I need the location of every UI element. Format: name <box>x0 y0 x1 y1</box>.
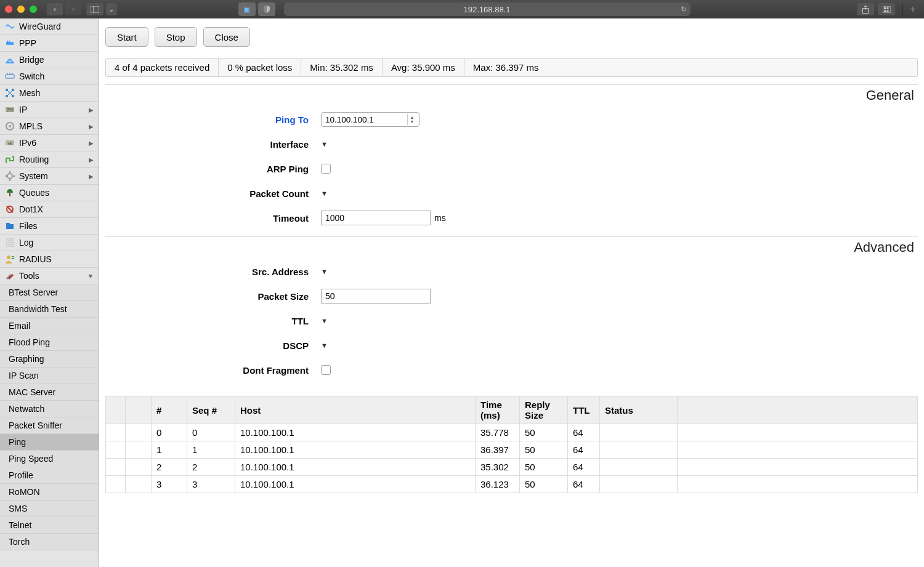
start-button[interactable]: Start <box>105 27 148 47</box>
cell-blank <box>678 441 918 459</box>
zoom-window-icon[interactable] <box>30 6 37 13</box>
sidebar-item-log[interactable]: Log <box>0 235 99 251</box>
nav-forward-button[interactable]: › <box>65 3 81 15</box>
sidebar-subitem-romon[interactable]: RoMON <box>0 484 99 501</box>
sidebar-subitem-ip-scan[interactable]: IP Scan <box>0 368 99 384</box>
sidebar-item-label: Graphing <box>9 354 94 364</box>
sidebar-item-label: Log <box>19 238 94 247</box>
action-toolbar: Start Stop Close <box>105 27 918 47</box>
sidebar-subitem-mac-server[interactable]: MAC Server <box>0 384 99 401</box>
cell-num: 2 <box>152 459 187 476</box>
label-src-address: Src. Address <box>105 267 321 277</box>
th-seq[interactable]: Seq # <box>187 396 235 424</box>
sidebar-subitem-ping-speed[interactable]: Ping Speed <box>0 451 99 467</box>
ping-to-select[interactable]: 10.100.100.1 ▲▼ <box>321 112 419 127</box>
sidebar-item-system[interactable]: System▶ <box>0 168 99 185</box>
cell-blank <box>106 459 126 476</box>
sidebar-item-radius[interactable]: RADIUS <box>0 251 99 268</box>
cell-blank <box>126 441 152 459</box>
sidebar-subitem-torch[interactable]: Torch <box>0 534 99 550</box>
sidebar-item-ipv6[interactable]: v6IPv6▶ <box>0 135 99 151</box>
th-num[interactable]: # <box>152 396 187 424</box>
table-row[interactable]: 2210.100.100.135.3025064 <box>106 459 918 476</box>
label-timeout: Timeout <box>105 213 321 223</box>
sidebar-item-bridge[interactable]: Bridge <box>0 52 99 68</box>
ipv6-icon: v6 <box>5 138 15 148</box>
sidebar-toggle-button[interactable] <box>86 3 103 15</box>
sidebar-subitem-bandwidth-test[interactable]: Bandwidth Test <box>0 301 99 318</box>
ping-to-value: 10.100.100.1 <box>325 115 374 124</box>
sidebar-item-mpls[interactable]: MPLS▶ <box>0 118 99 135</box>
new-tab-button[interactable]: + <box>902 4 919 15</box>
dont-fragment-checkbox[interactable] <box>321 365 331 375</box>
arp-ping-checkbox[interactable] <box>321 164 331 174</box>
sidebar-item-switch[interactable]: Switch <box>0 68 99 85</box>
sidebar-subitem-graphing[interactable]: Graphing <box>0 351 99 368</box>
chevron-down-icon: ▼ <box>87 273 94 279</box>
share-button[interactable] <box>857 3 874 15</box>
packet-count-expand-icon[interactable]: ▼ <box>321 190 330 197</box>
sidebar-item-queues[interactable]: Queues <box>0 185 99 201</box>
sidebar-subitem-packet-sniffer[interactable]: Packet Sniffer <box>0 417 99 434</box>
svg-rect-11 <box>9 41 10 42</box>
th-host[interactable]: Host <box>235 396 476 424</box>
cell-seq: 3 <box>187 476 235 493</box>
close-button[interactable]: Close <box>203 27 250 47</box>
th-status[interactable]: Status <box>600 396 678 424</box>
close-window-icon[interactable] <box>5 6 12 13</box>
ping-results-table: # Seq # Host Time (ms) Reply Size TTL St… <box>105 396 918 493</box>
tabs-button[interactable] <box>878 3 895 15</box>
sidebar-item-wireguard[interactable]: WireGuard <box>0 18 99 35</box>
sidebar-subitem-btest-server[interactable]: BTest Server <box>0 284 99 301</box>
label-interface: Interface <box>105 139 321 150</box>
table-header-row: # Seq # Host Time (ms) Reply Size TTL St… <box>106 396 918 424</box>
minimize-window-icon[interactable] <box>17 6 25 13</box>
address-bar[interactable]: ▣ 192.168.88.1 ↻ <box>284 2 691 16</box>
th-time[interactable]: Time (ms) <box>476 396 520 424</box>
cell-num: 1 <box>152 441 187 459</box>
privacy-report-icon[interactable]: ▣ <box>238 2 256 16</box>
wg-icon <box>5 22 15 31</box>
sidebar-item-ppp[interactable]: PPP <box>0 35 99 52</box>
ttl-expand-icon[interactable]: ▼ <box>321 317 330 324</box>
svg-rect-8 <box>886 10 888 12</box>
cell-host: 10.100.100.1 <box>235 424 476 441</box>
sidebar-item-tools[interactable]: Tools▼ <box>0 268 99 284</box>
cell-host: 10.100.100.1 <box>235 459 476 476</box>
timeout-input[interactable] <box>321 211 431 225</box>
sidebar-menu-button[interactable]: ⌄ <box>106 3 117 15</box>
th-reply[interactable]: Reply Size <box>520 396 568 424</box>
table-row[interactable]: 3310.100.100.136.1235064 <box>106 476 918 493</box>
cell-blank <box>126 424 152 441</box>
th-ttl[interactable]: TTL <box>568 396 600 424</box>
sidebar-item-routing[interactable]: Routing▶ <box>0 151 99 168</box>
sidebar-item-label: IPv6 <box>19 138 84 148</box>
sidebar-subitem-profile[interactable]: Profile <box>0 467 99 484</box>
cell-reply: 50 <box>520 424 568 441</box>
sidebar-subitem-flood-ping[interactable]: Flood Ping <box>0 334 99 351</box>
sidebar-item-label: BTest Server <box>9 288 94 297</box>
src-address-expand-icon[interactable]: ▼ <box>321 268 330 275</box>
stat-loss: 0 % packet loss <box>219 58 301 76</box>
shield-icon[interactable] <box>258 2 275 16</box>
cell-blank <box>106 476 126 493</box>
packet-size-input[interactable] <box>321 289 431 304</box>
table-row[interactable]: 0010.100.100.135.7785064 <box>106 424 918 441</box>
sidebar-subitem-sms[interactable]: SMS <box>0 501 99 517</box>
sidebar-subitem-telnet[interactable]: Telnet <box>0 517 99 534</box>
stop-button[interactable]: Stop <box>155 27 197 47</box>
nav-back-button[interactable]: ‹ <box>47 3 63 15</box>
sidebar-subitem-ping[interactable]: Ping <box>0 434 99 451</box>
ppp-icon <box>5 38 15 48</box>
dscp-expand-icon[interactable]: ▼ <box>321 342 330 349</box>
sidebar-item-dot1x[interactable]: Dot1X <box>0 201 99 218</box>
table-row[interactable]: 1110.100.100.136.3975064 <box>106 441 918 459</box>
sidebar-item-mesh[interactable]: Mesh <box>0 85 99 102</box>
sidebar-subitem-email[interactable]: Email <box>0 318 99 334</box>
sidebar-subitem-netwatch[interactable]: Netwatch <box>0 401 99 417</box>
sidebar-item-files[interactable]: Files <box>0 218 99 235</box>
sidebar-item-ip[interactable]: 255IP▶ <box>0 102 99 118</box>
reload-icon[interactable]: ↻ <box>681 5 687 14</box>
chevron-right-icon: ▶ <box>89 140 94 147</box>
interface-expand-icon[interactable]: ▼ <box>321 140 330 148</box>
